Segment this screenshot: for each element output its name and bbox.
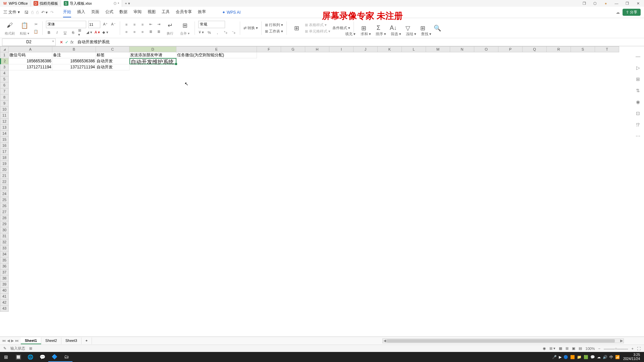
fill-color-button[interactable]: ◢ ▾ [86, 29, 92, 36]
chrome-icon[interactable]: 🌐 [24, 352, 36, 362]
tab-insert[interactable]: 插入 [77, 7, 85, 17]
col-header-K[interactable]: K [378, 46, 402, 52]
row-header-17[interactable]: 17 [0, 149, 9, 155]
rowcol-button[interactable]: ⊞ 行和列 ▾ [265, 22, 283, 27]
tray-play-icon[interactable]: ▶ [559, 355, 561, 359]
cell-style-button[interactable]: ⊞ 单元格样式 ▾ [305, 29, 330, 34]
row-header-21[interactable]: 21 [0, 173, 9, 179]
align-top-icon[interactable]: ≡ [123, 21, 129, 27]
col-header-P[interactable]: P [498, 46, 523, 52]
row-header-33[interactable]: 33 [0, 245, 9, 251]
row-header-22[interactable]: 22 [0, 179, 9, 185]
row-header-43[interactable]: 43 [0, 306, 9, 312]
fill-handle[interactable] [175, 63, 177, 65]
print-icon[interactable]: ⎙ [31, 10, 34, 15]
row-header-8[interactable]: 8 [0, 95, 9, 101]
cell-B3[interactable]: 13712711194 [52, 64, 96, 70]
add-sheet-button[interactable]: + [82, 338, 92, 344]
decrease-font-icon[interactable]: A⁻ [110, 21, 116, 27]
tray-network-icon[interactable]: 📶 [615, 355, 620, 359]
tab-document[interactable]: S 导入模板.xlsx ⊙ • [61, 0, 122, 7]
copy-icon[interactable]: 📋 [33, 29, 39, 35]
cell-C1[interactable]: 标签 [96, 52, 129, 58]
tray-icon-5[interactable]: 📁 [577, 355, 582, 359]
side-icon-select[interactable]: ▷ [636, 65, 640, 70]
table-style-button[interactable]: ⊞ 表格样式 ▾ [305, 22, 330, 27]
tab-home[interactable]: 开始 [63, 7, 71, 17]
share-button[interactable]: ⇪ 分享 [623, 9, 641, 16]
wrap-button[interactable]: ↵换行 [164, 20, 176, 36]
sheet-nav-next[interactable]: ▶ [11, 339, 14, 343]
app-icon-1[interactable]: 🔷 [48, 352, 60, 362]
row-header-10[interactable]: 10 [0, 107, 9, 113]
row-header-27[interactable]: 27 [0, 209, 9, 215]
undo-icon[interactable]: ↶ ▾ [41, 10, 48, 15]
side-icon-help[interactable]: ⁉ [636, 122, 640, 127]
sheet-tab-2[interactable]: Sheet2 [41, 338, 61, 344]
indent-dec-icon[interactable]: ⇤ [148, 21, 154, 27]
zoom-value[interactable]: 100% [585, 347, 595, 351]
row-header-16[interactable]: 16 [0, 143, 9, 149]
font-size-combo[interactable] [88, 21, 100, 28]
start-button[interactable]: ⊞ [0, 352, 12, 362]
border-button[interactable]: ⊞ ▾ [78, 29, 84, 36]
format-painter-group[interactable]: 🖌 格式刷 [3, 20, 16, 36]
column-headers[interactable]: ABCDEFGHIJKLMNOPQRST [9, 46, 631, 52]
edit-mode-icon[interactable]: ✎ [3, 346, 6, 351]
zoom-out-button[interactable]: − [598, 347, 600, 351]
align-bottom-icon[interactable]: ≡ [140, 21, 146, 27]
row-header-19[interactable]: 19 [0, 161, 9, 167]
tab-formula[interactable]: 公式 [105, 7, 113, 17]
freeze-button[interactable]: 冻结 ▾ [406, 32, 416, 37]
view-normal-icon[interactable]: ▦ [559, 346, 562, 351]
sheet-nav-first[interactable]: ⏮ [2, 339, 6, 343]
number-format-combo[interactable] [198, 21, 225, 28]
col-header-L[interactable]: L [402, 46, 426, 52]
sheet-nav-prev[interactable]: ◀ [7, 339, 10, 343]
save-icon[interactable]: 🖫 [24, 10, 29, 15]
filter-button[interactable]: 筛选 ▾ [391, 32, 401, 37]
row-header-34[interactable]: 34 [0, 251, 9, 257]
decrease-decimal-button[interactable]: ⁻₀ [230, 29, 236, 36]
row-header-3[interactable]: 3 [0, 64, 9, 70]
tab-member[interactable]: 会员专享 [176, 7, 192, 17]
app-icon-2[interactable]: 🗂 [60, 352, 72, 362]
tray-volume-icon[interactable]: 🔊 [603, 355, 607, 359]
row-header-12[interactable]: 12 [0, 119, 9, 125]
col-header-E[interactable]: E [176, 46, 257, 52]
row-header-36[interactable]: 36 [0, 263, 9, 269]
window-icon-1[interactable]: ❐ [581, 1, 588, 6]
minimize-button[interactable]: — [613, 1, 620, 6]
col-header-S[interactable]: S [571, 46, 595, 52]
row-header-11[interactable]: 11 [0, 113, 9, 119]
row-header-4[interactable]: 4 [0, 70, 9, 76]
eye-icon[interactable]: ◉ [543, 346, 546, 351]
tab-wps-office[interactable]: W WPS Office [0, 0, 31, 7]
side-icon-app[interactable]: ⊡ [636, 111, 640, 116]
scrollbar-thumb[interactable] [387, 339, 615, 343]
fill-button[interactable]: 填充 ▾ [345, 32, 356, 37]
col-header-J[interactable]: J [354, 46, 378, 52]
row-header-29[interactable]: 29 [0, 221, 9, 227]
highlight-button[interactable]: ◆ ▾ [102, 29, 108, 36]
fullscreen-icon[interactable]: ⛶ [637, 347, 641, 351]
select-all-corner[interactable]: ◢ [0, 46, 9, 52]
worksheet-button[interactable]: ⊞ 工作表 ▾ [265, 29, 283, 34]
row-header-26[interactable]: 26 [0, 203, 9, 209]
grid-mode-icon[interactable]: ⊞ ▾ [549, 346, 555, 351]
spreadsheet-grid[interactable]: ◢ ABCDEFGHIJKLMNOPQRST 12345678910111213… [0, 46, 644, 317]
indent-inc-icon[interactable]: ⇥ [156, 21, 162, 27]
tab-efficiency[interactable]: 效率 [198, 7, 206, 17]
file-menu[interactable]: 三 文件 ▾ [3, 9, 20, 15]
sheet-tab-3[interactable]: Sheet3 [61, 338, 82, 344]
col-header-A[interactable]: A [9, 46, 52, 52]
merge-button[interactable]: ⊞合并 ▾ [178, 20, 191, 36]
col-header-C[interactable]: C [96, 46, 129, 52]
convert-button[interactable]: ⇄ 转换 ▾ [244, 25, 258, 31]
col-header-G[interactable]: G [281, 46, 305, 52]
sum-button[interactable]: 求和 ▾ [361, 32, 371, 37]
tab-view[interactable]: 视图 [148, 7, 156, 17]
close-button[interactable]: ✕ [635, 1, 641, 6]
row-header-2[interactable]: 2 [0, 58, 9, 64]
redo-icon[interactable]: ↷ [50, 10, 54, 15]
